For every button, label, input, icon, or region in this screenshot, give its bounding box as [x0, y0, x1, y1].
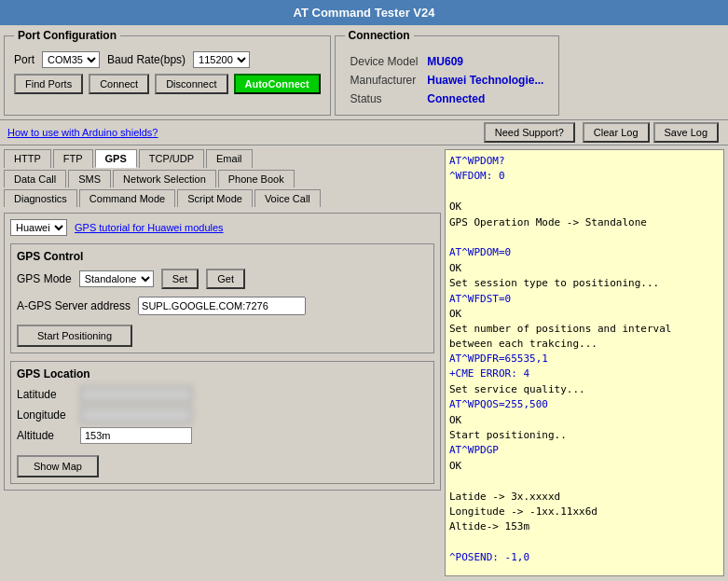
- show-map-button[interactable]: Show Map: [17, 455, 99, 477]
- main-tabs: HTTP FTP GPS TCP/UDP Email Data Call SMS…: [4, 149, 441, 209]
- autoconnect-button[interactable]: AutoConnect: [234, 74, 321, 94]
- clear-log-button[interactable]: Clear Log: [583, 122, 650, 143]
- log-line: OK: [449, 261, 720, 275]
- log-line: [449, 185, 720, 199]
- disconnect-button[interactable]: Disconnect: [155, 74, 227, 94]
- log-line: AT^WPDGP: [449, 443, 720, 457]
- start-positioning-button[interactable]: Start Positioning: [17, 325, 132, 347]
- log-line: [449, 535, 720, 549]
- left-panel: HTTP FTP GPS TCP/UDP Email Data Call SMS…: [4, 149, 441, 576]
- log-line: GPS Operation Mode -> Standalone: [449, 215, 720, 229]
- module-row: Huawei GPS tutorial for Huawei modules: [10, 219, 434, 236]
- subtab-voicecall[interactable]: Voice Call: [254, 189, 321, 207]
- agps-row: A-GPS Server address: [17, 297, 428, 315]
- baud-select[interactable]: 115200: [193, 51, 250, 68]
- tab-email[interactable]: Email: [206, 149, 253, 168]
- sub-tab-row2: Diagnostics Command Mode Script Mode Voi…: [4, 189, 441, 207]
- log-line: AT^WPDOM?: [449, 154, 720, 168]
- tab-content: Huawei GPS tutorial for Huawei modules G…: [4, 213, 441, 491]
- gps-mode-label: GPS Mode: [17, 272, 72, 285]
- latitude-label: Latitude: [17, 388, 73, 401]
- longitude-value: -1xx.11xx6d: [80, 407, 192, 423]
- agps-label: A-GPS Server address: [17, 299, 130, 312]
- log-line: Set number of positions and interval bet…: [449, 322, 720, 351]
- altitude-row: Altitude 153m: [17, 427, 428, 444]
- port-select[interactable]: COM35: [42, 51, 100, 68]
- log-line: Altide-> 153m: [449, 519, 720, 533]
- gps-tutorial-link[interactable]: GPS tutorial for Huawei modules: [75, 222, 224, 233]
- sub-tab-row1: Data Call SMS Network Selection Phone Bo…: [4, 170, 441, 187]
- log-line: ^POSEND: -1,0: [449, 550, 720, 564]
- app-title: AT Command Tester V24: [0, 0, 728, 25]
- subtab-sms[interactable]: SMS: [68, 170, 111, 187]
- longitude-label: Longitude: [17, 408, 73, 422]
- tab-http[interactable]: HTTP: [4, 149, 51, 168]
- set-button[interactable]: Set: [161, 269, 199, 289]
- find-ports-button[interactable]: Find Ports: [14, 74, 83, 94]
- altitude-label: Altitude: [17, 429, 73, 442]
- log-line: ^WFDOM: 0: [449, 169, 720, 183]
- log-line: Set session type to positioning...: [449, 276, 720, 290]
- device-model-value: MU609: [423, 53, 547, 70]
- log-line: OK: [449, 307, 720, 321]
- log-line: OK: [449, 413, 720, 427]
- log-line: Set service quality...: [449, 382, 720, 396]
- gps-mode-row: GPS Mode Standalone Set Get: [17, 269, 428, 289]
- tab-ftp[interactable]: FTP: [53, 149, 93, 168]
- tab-gps[interactable]: GPS: [95, 149, 137, 168]
- log-line: OK: [449, 200, 720, 214]
- gps-control-box: GPS Control GPS Mode Standalone Set Get …: [10, 243, 434, 353]
- log-line: AT^WPDFR=65535,1: [449, 352, 720, 366]
- log-line: Longitude -> -1xx.11xx6d: [449, 505, 720, 519]
- gps-control-title: GPS Control: [17, 250, 428, 263]
- log-line: OK: [449, 459, 720, 473]
- log-line: AT^WPQOS=255,500: [449, 397, 720, 411]
- main-tab-row: HTTP FTP GPS TCP/UDP Email: [4, 149, 441, 168]
- status-label: Status: [347, 90, 422, 107]
- manufacturer-value: Huawei Technologie...: [423, 72, 547, 89]
- gps-mode-select[interactable]: Standalone: [79, 270, 154, 287]
- tab-tcpudp[interactable]: TCP/UDP: [139, 149, 204, 168]
- port-config-label: Port Configuration: [14, 29, 120, 42]
- subtab-datacall[interactable]: Data Call: [4, 170, 66, 187]
- log-line: AT^WPDOM=0: [449, 245, 720, 259]
- arduino-link[interactable]: How to use with Arduino shields?: [7, 127, 478, 138]
- latitude-row: Latitude 3x.xxxxd: [17, 386, 428, 403]
- port-config-section: Port Configuration Port COM35 Baud Rate(…: [4, 29, 331, 116]
- log-line: Start positioning..: [449, 428, 720, 442]
- get-button[interactable]: Get: [206, 269, 245, 289]
- subtab-scriptmode[interactable]: Script Mode: [177, 189, 253, 207]
- gps-location-title: GPS Location: [17, 367, 428, 380]
- connect-button[interactable]: Connect: [89, 74, 149, 94]
- latitude-value: 3x.xxxxd: [80, 386, 192, 403]
- subtab-netsel[interactable]: Network Selection: [113, 170, 216, 187]
- log-panel[interactable]: AT^WPDOM?^WFDOM: 0 OKGPS Operation Mode …: [445, 149, 724, 576]
- subtab-diagnostics[interactable]: Diagnostics: [4, 189, 77, 207]
- baud-label: Baud Rate(bps): [107, 53, 185, 66]
- module-select[interactable]: Huawei: [10, 219, 67, 236]
- log-line: Latide -> 3x.xxxxd: [449, 490, 720, 504]
- log-line: AT^WFDST=0: [449, 292, 720, 306]
- connection-table: Device Model MU609 Manufacturer Huawei T…: [345, 51, 550, 109]
- save-log-button[interactable]: Save Log: [653, 122, 719, 143]
- manufacturer-label: Manufacturer: [347, 72, 422, 89]
- log-line: [449, 230, 720, 244]
- longitude-row: Longitude -1xx.11xx6d: [17, 407, 428, 423]
- altitude-value: 153m: [80, 427, 192, 444]
- middle-bar: How to use with Arduino shields? Need Su…: [0, 119, 728, 145]
- subtab-cmdmode[interactable]: Command Mode: [79, 189, 175, 207]
- connection-label: Connection: [345, 29, 414, 42]
- gps-location-box: GPS Location Latitude 3x.xxxxd Longitude…: [10, 361, 434, 484]
- agps-input[interactable]: [138, 297, 306, 315]
- device-model-label: Device Model: [347, 53, 422, 70]
- subtab-phonebook[interactable]: Phone Book: [218, 170, 295, 187]
- status-value: Connected: [423, 90, 547, 107]
- need-support-button[interactable]: Need Support?: [484, 122, 575, 143]
- connection-section: Connection Device Model MU609 Manufactur…: [335, 29, 560, 116]
- log-line: [449, 474, 720, 488]
- log-line: +CME ERROR: 4: [449, 367, 720, 380]
- port-label: Port: [14, 53, 34, 66]
